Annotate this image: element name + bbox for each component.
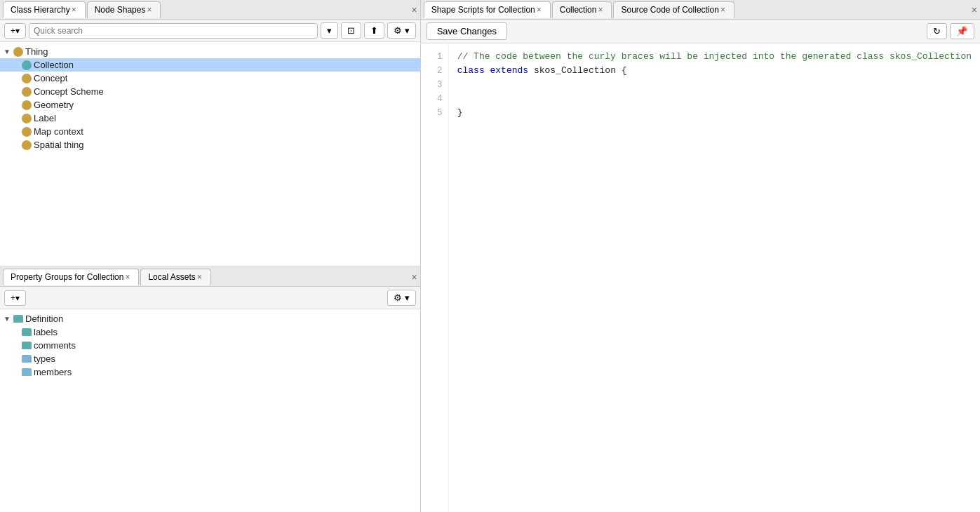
- left-tab-bar: Class Hierarchy × Node Shapes × ×: [0, 0, 420, 20]
- label-types: types: [34, 353, 55, 364]
- search-input[interactable]: [29, 23, 318, 39]
- tab-property-groups-close[interactable]: ×: [123, 272, 131, 282]
- icon-thing: [13, 47, 23, 57]
- label-spatial-thing: Spatial thing: [34, 140, 84, 150]
- icon-spatial-thing: [22, 140, 32, 150]
- label-comments: comments: [34, 340, 76, 351]
- bottom-left-panel: Property Groups for Collection × Local A…: [0, 267, 420, 512]
- tree-item-geometry[interactable]: Geometry: [0, 98, 420, 112]
- tab-shape-scripts[interactable]: Shape Scripts for Collection ×: [424, 1, 551, 18]
- tab-source-code[interactable]: Source Code of Collection ×: [613, 1, 734, 18]
- icon-comments: [22, 342, 32, 349]
- tab-node-shapes-label: Node Shapes: [95, 5, 146, 15]
- tab-collection[interactable]: Collection ×: [552, 1, 612, 18]
- code-keyword-extends: extends: [490, 65, 529, 76]
- tree-item-definition[interactable]: ▼ Definition: [0, 312, 420, 325]
- code-closing-brace: }: [457, 107, 463, 118]
- tree-item-label[interactable]: Label: [0, 112, 420, 125]
- dropdown-icon-btn[interactable]: ▾: [321, 22, 338, 39]
- icon-concept-scheme: [22, 87, 32, 97]
- tree-item-map-context[interactable]: Map context: [0, 125, 420, 138]
- left-panel-close[interactable]: ×: [411, 4, 417, 15]
- bottom-tab-bar: Property Groups for Collection × Local A…: [0, 267, 420, 287]
- icon-types: [22, 355, 32, 363]
- upload-icon-btn[interactable]: ⬆: [364, 22, 384, 39]
- tab-source-code-close[interactable]: ×: [719, 5, 727, 15]
- bottom-add-button[interactable]: + ▾: [4, 290, 26, 306]
- save-changes-button[interactable]: Save Changes: [427, 22, 507, 40]
- tree-item-concept-scheme[interactable]: Concept Scheme: [0, 85, 420, 98]
- line-number-1: 1: [429, 49, 443, 63]
- tree-item-collection[interactable]: Collection: [0, 58, 420, 72]
- code-line-3: [457, 77, 972, 91]
- icon-labels: [22, 328, 32, 336]
- icon-label: [22, 114, 32, 123]
- label-map-context: Map context: [34, 126, 83, 137]
- bottom-plus-icon: +: [11, 293, 15, 303]
- icon-concept: [22, 74, 32, 83]
- toggle-members: [11, 368, 20, 377]
- toggle-definition: ▼: [3, 315, 11, 323]
- bottom-panel-close[interactable]: ×: [411, 271, 417, 283]
- bottom-toolbar: + ▾ ⚙ ▾: [0, 287, 420, 309]
- toggle-labels: [11, 328, 20, 337]
- tab-collection-close[interactable]: ×: [596, 5, 604, 15]
- label-collection: Collection: [34, 60, 74, 70]
- gear-dropdown-btn[interactable]: ⚙ ▾: [387, 22, 416, 39]
- tree-item-spatial-thing[interactable]: Spatial thing: [0, 138, 420, 151]
- icon-members: [22, 368, 32, 376]
- right-panel-close[interactable]: ×: [972, 4, 977, 15]
- code-content: // The code between the curly braces wil…: [449, 43, 980, 512]
- code-classname: skos_Collection {: [528, 65, 626, 76]
- pin-button[interactable]: 📌: [950, 23, 974, 39]
- code-line-4: [457, 91, 972, 105]
- line-numbers: 1 2 3 4 5: [421, 43, 449, 512]
- tab-local-assets[interactable]: Local Assets ×: [140, 269, 210, 285]
- tab-local-assets-close[interactable]: ×: [196, 272, 203, 282]
- left-panel: Class Hierarchy × Node Shapes × × + ▾ ▾ …: [0, 0, 421, 512]
- tab-node-shapes[interactable]: Node Shapes ×: [87, 1, 161, 18]
- code-editor[interactable]: 1 2 3 4 5 // The code between the curly …: [421, 43, 980, 512]
- tab-property-groups[interactable]: Property Groups for Collection ×: [3, 269, 139, 285]
- toggle-thing: ▼: [3, 48, 11, 56]
- icon-map-context: [22, 127, 32, 137]
- label-geometry: Geometry: [34, 100, 74, 110]
- add-button[interactable]: + ▾: [4, 23, 26, 39]
- tree-item-comments[interactable]: comments: [0, 339, 420, 352]
- left-toolbar: + ▾ ▾ ⊡ ⬆ ⚙ ▾: [0, 20, 420, 42]
- code-line-1: // The code between the curly braces wil…: [457, 49, 972, 63]
- add-dropdown-icon: ▾: [15, 26, 20, 36]
- tab-local-assets-label: Local Assets: [148, 272, 195, 282]
- code-line-2: class extends skos_Collection {: [457, 63, 972, 77]
- toggle-concept: [11, 74, 20, 83]
- icon-definition: [13, 315, 23, 323]
- right-panel: Shape Scripts for Collection × Collectio…: [421, 0, 980, 512]
- tree-item-members[interactable]: members: [0, 365, 420, 379]
- tree-item-thing[interactable]: ▼ Thing: [0, 45, 420, 58]
- tab-class-hierarchy-close[interactable]: ×: [70, 5, 78, 15]
- toggle-map-context: [11, 128, 20, 136]
- right-tab-bar: Shape Scripts for Collection × Collectio…: [421, 0, 980, 20]
- tab-class-hierarchy-label: Class Hierarchy: [11, 5, 70, 15]
- label-labels: labels: [34, 327, 58, 337]
- refresh-button[interactable]: ↻: [927, 23, 947, 39]
- toggle-spatial-thing: [11, 141, 20, 149]
- tab-collection-label: Collection: [560, 5, 597, 15]
- label-concept: Concept: [34, 73, 67, 83]
- line-number-2: 2: [429, 63, 443, 77]
- tab-shape-scripts-close[interactable]: ×: [535, 5, 543, 15]
- label-members: members: [34, 367, 72, 377]
- tab-node-shapes-close[interactable]: ×: [145, 5, 153, 15]
- label-concept-scheme: Concept Scheme: [34, 86, 104, 97]
- tab-property-groups-label: Property Groups for Collection: [11, 272, 123, 282]
- toggle-comments: [11, 342, 20, 350]
- tab-class-hierarchy[interactable]: Class Hierarchy ×: [3, 1, 86, 18]
- toggle-geometry: [11, 101, 20, 109]
- script-icon-btn[interactable]: ⊡: [341, 22, 361, 39]
- tree-item-concept[interactable]: Concept: [0, 72, 420, 85]
- tree-item-labels[interactable]: labels: [0, 325, 420, 339]
- code-comment-1: // The code between the curly braces wil…: [457, 51, 972, 62]
- tree-item-types[interactable]: types: [0, 352, 420, 365]
- bottom-gear-dropdown-btn[interactable]: ⚙ ▾: [387, 290, 416, 306]
- toggle-collection: [11, 61, 20, 69]
